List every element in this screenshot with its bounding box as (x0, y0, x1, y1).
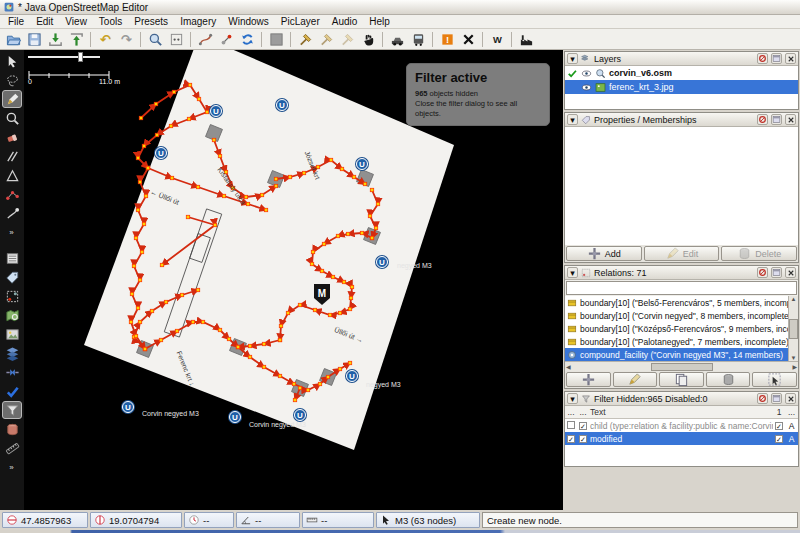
filter-hiding-checkbox[interactable]: ✓ (577, 434, 589, 444)
toolbar-pick-a-button[interactable] (295, 30, 315, 48)
toolbar-pick-b-button[interactable] (316, 30, 336, 48)
close-icon[interactable] (785, 53, 796, 64)
toolbar-node-tool-button[interactable] (216, 30, 236, 48)
sidebar-conflicts-button[interactable] (2, 363, 22, 381)
sidebar-more-button[interactable]: » (2, 458, 22, 476)
toolbar-wms-button[interactable]: W (487, 30, 507, 48)
relation-row[interactable]: boundary[10] ("Palotanegyed", 7 members,… (565, 335, 798, 348)
toolbar-zoom-to-button[interactable] (145, 30, 165, 48)
subway-entrance-icon[interactable]: U (155, 147, 167, 159)
rel-copy-button[interactable] (659, 372, 704, 387)
sidebar-extrude-button[interactable] (2, 166, 22, 184)
sticky-icon[interactable] (757, 267, 768, 278)
filter-inverted-checkbox[interactable]: ✓ (773, 434, 785, 444)
menu-item-view[interactable]: View (59, 16, 93, 27)
rel-delete-button[interactable] (706, 372, 751, 387)
layer-row[interactable]: ferenc_krt_3.jpg (565, 80, 798, 94)
subway-entrance-icon[interactable]: U (346, 370, 358, 382)
scroll-up-icon[interactable]: ▲ (791, 296, 797, 302)
subway-entrance-icon[interactable]: U (210, 105, 222, 117)
menu-item-tools[interactable]: Tools (93, 16, 128, 27)
sticky-icon[interactable] (757, 114, 768, 125)
collapse-icon[interactable]: ▾ (567, 114, 578, 125)
toolbar-upload-button[interactable] (66, 30, 86, 48)
collapse-icon[interactable]: ▾ (567, 53, 578, 64)
sidebar-imagery-frame-button[interactable] (2, 325, 22, 343)
toolbar-undo-button[interactable]: ↶ (95, 30, 115, 48)
close-icon[interactable] (785, 114, 796, 125)
status-clock-segment[interactable]: -- (184, 512, 234, 528)
subway-entrance-icon[interactable]: U (294, 409, 306, 421)
dock-icon[interactable] (771, 267, 782, 278)
filter-enabled-checkbox[interactable] (565, 421, 577, 431)
menu-item-presets[interactable]: Presets (128, 16, 174, 27)
sidebar-more-button[interactable]: » (2, 223, 22, 241)
relation-row[interactable]: boundary[10] ("Középső-Ferencváros", 9 m… (565, 322, 798, 335)
sidebar-measure-button[interactable] (2, 439, 22, 457)
relation-row[interactable]: boundary[10] ("Belső-Ferencváros", 5 mem… (565, 296, 798, 309)
zoom-slider-thumb[interactable] (78, 52, 83, 62)
toolbar-redo-button[interactable]: ↷ (116, 30, 136, 48)
sidebar-zoom-button[interactable] (2, 109, 22, 127)
dock-icon[interactable] (771, 53, 782, 64)
status-lat-segment[interactable]: 47.4857963 (2, 512, 88, 528)
toolbar-warning-button[interactable]: ! (437, 30, 457, 48)
menu-item-imagery[interactable]: Imagery (174, 16, 222, 27)
toolbar-pick-c-button[interactable] (337, 30, 357, 48)
relations-vscrollbar[interactable]: ▲▼ (788, 296, 798, 361)
toolbar-measure-tool-button[interactable] (195, 30, 215, 48)
rel-new-button[interactable] (566, 372, 611, 387)
rel-edit-button[interactable] (613, 372, 658, 387)
menu-item-audio[interactable]: Audio (326, 16, 364, 27)
sidebar-draw-button[interactable] (2, 90, 22, 108)
relations-hscrollbar[interactable]: ◀▶ (565, 361, 798, 371)
filter-row[interactable]: ✓✓modified✓A (565, 432, 798, 445)
delete-button[interactable]: Delete (721, 246, 797, 261)
toolbar-pan-button[interactable] (358, 30, 378, 48)
status-dist-segment[interactable]: -- (302, 512, 374, 528)
scroll-thumb[interactable] (789, 319, 798, 339)
toolbar-preferences-button[interactable] (166, 30, 186, 48)
toolbar-stats-button[interactable] (516, 30, 536, 48)
filter-row[interactable]: ✓child (type:relation & facility:public … (565, 419, 798, 432)
filter-hiding-checkbox[interactable]: ✓ (577, 421, 589, 431)
subway-entrance-icon[interactable]: U (376, 256, 388, 268)
menu-item-help[interactable]: Help (363, 16, 396, 27)
map-canvas[interactable]: M 0 11.0 m UUUUUUUUUCorvin negyed M3Corv… (24, 50, 563, 510)
filter-inverted-checkbox[interactable]: ✓ (773, 421, 785, 431)
zoom-slider[interactable] (28, 56, 100, 58)
menu-item-edit[interactable]: Edit (30, 16, 59, 27)
edit-button[interactable]: Edit (644, 246, 720, 261)
collapse-icon[interactable]: ▾ (567, 267, 578, 278)
menu-item-piclayer[interactable]: PicLayer (275, 16, 326, 27)
dock-icon[interactable] (771, 114, 782, 125)
toolbar-save-button[interactable] (24, 30, 44, 48)
sidebar-filter-button[interactable] (2, 401, 22, 419)
relations-filter-input[interactable] (566, 281, 797, 295)
sticky-icon[interactable] (757, 393, 768, 404)
sidebar-lasso-button[interactable] (2, 71, 22, 89)
properties-empty-table[interactable] (565, 127, 798, 245)
subway-entrance-icon[interactable]: U (122, 401, 134, 413)
close-icon[interactable] (785, 267, 796, 278)
collapse-icon[interactable]: ▾ (567, 393, 578, 404)
relation-row[interactable]: boundary[10] ("Corvin negyed", 8 members… (565, 309, 798, 322)
menu-item-windows[interactable]: Windows (222, 16, 275, 27)
rel-select-button[interactable] (752, 372, 797, 387)
sidebar-minimap-button[interactable] (2, 306, 22, 324)
scroll-down-icon[interactable]: ▼ (791, 355, 797, 361)
add-button[interactable]: Add (566, 246, 642, 261)
layer-row[interactable]: corvin_v6.osm (565, 66, 798, 80)
sidebar-select-button[interactable] (2, 52, 22, 70)
toolbar-close-dialogs-button[interactable] (458, 30, 478, 48)
sidebar-delete-button[interactable] (2, 128, 22, 146)
toolbar-transit-button[interactable] (408, 30, 428, 48)
sidebar-validator-button[interactable] (2, 382, 22, 400)
subway-entrance-icon[interactable]: U (356, 158, 368, 170)
sidebar-parallel-button[interactable] (2, 147, 22, 165)
toolbar-car-button[interactable] (387, 30, 407, 48)
subway-entrance-icon[interactable]: U (229, 411, 241, 423)
status-angle-segment[interactable]: -- (236, 512, 300, 528)
sticky-icon[interactable] (757, 53, 768, 64)
sidebar-changesets-button[interactable] (2, 420, 22, 438)
